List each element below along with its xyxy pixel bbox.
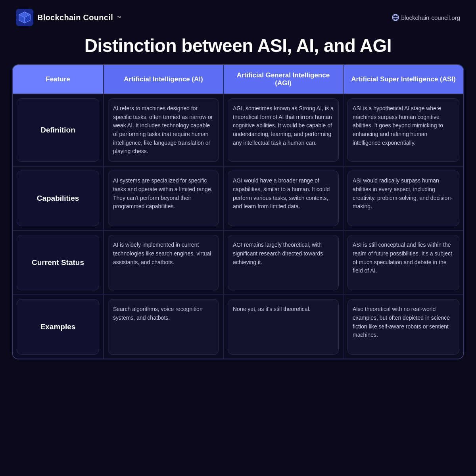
data-cell-examples-ai: Search algorithms, voice recognition sys… [104,294,224,359]
col-header-asi: Artificial Super Intelligence (ASI) [344,65,463,94]
data-cell-status-agi: AGI remains largely theoretical, with si… [224,230,344,294]
data-cell-capabilities-agi: AGI would have a broader range of capabi… [224,166,344,230]
data-cell-capabilities-ai: AI systems are specialized for specific … [104,166,224,230]
page-title: Distinction between ASI, AI, and AGI [84,35,392,56]
website-text: blockchain-council.org [401,14,460,21]
brand-logo-area: Blockchain Council™ [16,9,121,26]
feature-label-examples: Examples [17,299,99,355]
col-header-feature: Feature [13,65,104,94]
feature-cell-capabilities: Capabilities [13,166,104,230]
page-header: Blockchain Council™ blockchain-council.o… [0,0,476,30]
data-cell-definition-asi: ASI is a hypothetical AI stage where mac… [344,94,463,166]
feature-label-definition: Definition [17,98,99,162]
data-cell-examples-agi: None yet, as it's still theoretical. [224,294,344,359]
col-header-agi: Artificial General Intelligence (AGI) [224,65,344,94]
brand-name: Blockchain Council [37,13,113,22]
data-cell-capabilities-asi: ASI would radically surpass human abilit… [344,166,463,230]
feature-label-current-status: Current Status [17,235,99,290]
brand-icon [16,9,33,26]
data-cell-definition-ai: AI refers to machines designed for speci… [104,94,224,166]
data-cell-definition-agi: AGI, sometimes known as Strong AI, is a … [224,94,344,166]
data-cell-examples-asi: Also theoretical with no real-world exam… [344,294,463,359]
feature-label-capabilities: Capabilities [17,171,99,226]
comparison-table: Feature Artificial Intelligence (AI) Art… [12,64,464,359]
feature-cell-definition: Definition [13,94,104,166]
table-grid: Feature Artificial Intelligence (AI) Art… [13,65,463,359]
data-cell-status-ai: AI is widely implemented in current tech… [104,230,224,294]
feature-cell-examples: Examples [13,294,104,359]
trademark: ™ [117,15,121,20]
col-header-ai: Artificial Intelligence (AI) [104,65,224,94]
website-link: blockchain-council.org [392,14,460,21]
data-cell-status-asi: ASI is still conceptual and lies within … [344,230,463,294]
feature-cell-current-status: Current Status [13,230,104,294]
globe-icon [392,14,399,21]
